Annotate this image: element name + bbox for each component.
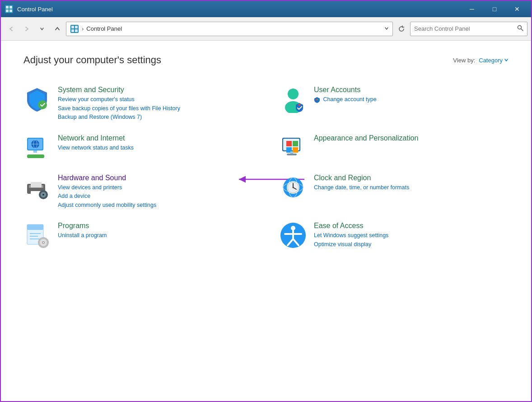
up-icon [55,26,60,32]
appearance-icon [280,134,307,161]
viewby-value-text: Category [479,57,503,64]
category-user-accounts: User Accounts Change account type [280,79,509,128]
programs-link-1[interactable]: Uninstall a program [58,232,252,240]
appearance-title[interactable]: Appearance and Personalization [314,134,509,142]
titlebar-app-icon [5,5,14,14]
category-programs: Programs Uninstall a program [23,215,252,255]
svg-rect-9 [75,29,78,32]
svg-rect-6 [71,26,74,28]
viewby-dropdown[interactable]: Category [479,57,509,64]
svg-point-47 [293,187,294,188]
search-magnifier-icon [517,25,523,31]
user-accounts-icon [280,86,307,113]
svg-rect-2 [9,6,12,9]
address-text: Control Panel [86,25,382,32]
back-icon [9,26,14,32]
refresh-icon [398,25,405,33]
search-icon[interactable] [517,25,523,33]
network-internet-icon [23,134,51,161]
address-separator: › [82,25,84,32]
addressbar: › Control Panel [1,17,531,41]
user-accounts-link-1[interactable]: Change account type [314,96,509,104]
svg-rect-4 [9,9,12,12]
hardware-sound-link-1[interactable]: View devices and printers [58,184,252,192]
category-clock-region: Clock and Region Change date, time, or n… [280,168,509,216]
system-security-link-1[interactable]: Review your computer's status [58,96,252,104]
close-button[interactable]: ✕ [507,2,527,16]
forward-button[interactable] [20,22,33,36]
recent-locations-button[interactable] [35,22,49,36]
system-security-link-2[interactable]: Save backup copies of your files with Fi… [58,105,252,113]
ease-of-access-text: Ease of Access Let Windows suggest setti… [314,222,509,248]
page-title: Adjust your computer's settings [23,54,161,66]
svg-rect-35 [31,182,42,187]
svg-point-56 [43,242,44,243]
programs-icon [23,222,51,249]
viewby-label: View by: [453,57,475,64]
hardware-sound-icon [23,174,51,201]
svg-rect-23 [33,150,37,153]
category-appearance: Appearance and Personalization [280,128,509,168]
svg-point-13 [288,89,299,99]
network-internet-link-1[interactable]: View network status and tasks [58,144,252,152]
up-button[interactable] [51,22,64,36]
svg-rect-31 [290,151,293,154]
programs-title[interactable]: Programs [58,222,252,230]
clock-region-link-1[interactable]: Change date, time, or number formats [314,184,509,192]
user-accounts-text: User Accounts Change account type [314,86,509,104]
clock-region-icon [280,174,307,201]
hardware-sound-text: Hardware and Sound View devices and prin… [58,174,252,210]
minimize-button[interactable]: ─ [462,2,482,16]
system-security-link-3[interactable]: Backup and Restore (Windows 7) [58,113,252,122]
svg-rect-30 [293,147,298,153]
refresh-button[interactable] [395,22,408,36]
address-chevron-icon [384,26,389,31]
network-internet-title[interactable]: Network and Internet [58,134,252,142]
address-box[interactable]: › Control Panel [66,22,393,36]
appearance-text: Appearance and Personalization [314,134,509,144]
programs-text: Programs Uninstall a program [58,222,252,240]
svg-rect-32 [287,154,297,155]
ease-of-access-icon [280,222,307,249]
hardware-sound-link-2[interactable]: Add a device [58,192,252,201]
system-security-icon [23,86,51,113]
content-header: Adjust your computer's settings View by:… [23,54,509,66]
main-content: Adjust your computer's settings View by:… [1,41,531,402]
hardware-sound-title[interactable]: Hardware and Sound [58,174,252,182]
svg-rect-8 [71,29,74,32]
system-security-text: System and Security Review your computer… [58,86,252,122]
forward-icon [24,26,29,32]
svg-line-11 [521,29,523,31]
address-dropdown-arrow[interactable] [384,26,389,32]
titlebar-title: Control Panel [17,6,53,13]
category-hardware-sound: Hardware and Sound View devices and prin… [23,168,252,216]
category-network-internet: Network and Internet View network status… [23,128,252,168]
clock-region-title[interactable]: Clock and Region [314,174,509,182]
titlebar: Control Panel ─ □ ✕ [1,1,531,17]
address-breadcrumb-icon [70,24,79,33]
svg-point-39 [42,194,44,196]
dropdown-icon [40,27,44,31]
svg-rect-7 [75,26,78,28]
svg-rect-3 [6,9,9,12]
user-accounts-shield-icon [314,97,320,103]
ease-of-access-link-2[interactable]: Optimize visual display [314,241,509,249]
category-system-security: System and Security Review your computer… [23,79,252,128]
search-box[interactable] [410,22,527,36]
ease-of-access-link-1[interactable]: Let Windows suggest settings [314,232,509,240]
titlebar-controls: ─ □ ✕ [462,2,527,16]
system-security-title[interactable]: System and Security [58,86,252,94]
categories-grid: System and Security Review your computer… [23,79,509,255]
svg-rect-27 [286,141,292,146]
user-accounts-title[interactable]: User Accounts [314,86,509,94]
svg-rect-49 [27,224,43,230]
clock-region-text: Clock and Region Change date, time, or n… [314,174,509,192]
search-input[interactable] [414,25,514,32]
category-ease-of-access: Ease of Access Let Windows suggest setti… [280,215,509,255]
back-button[interactable] [5,22,18,36]
maximize-button[interactable]: □ [484,2,505,16]
svg-rect-1 [6,6,9,9]
viewby-control: View by: Category [453,57,509,64]
hardware-sound-link-3[interactable]: Adjust commonly used mobility settings [58,201,252,210]
ease-of-access-title[interactable]: Ease of Access [314,222,509,230]
